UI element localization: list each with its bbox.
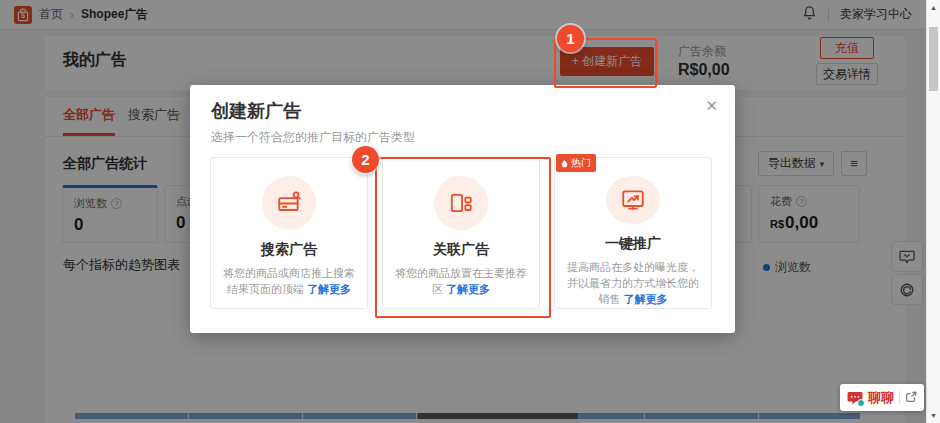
close-icon[interactable]: ✕ bbox=[705, 97, 718, 115]
tutorial-step-badge-1: 1 bbox=[557, 25, 584, 52]
ad-type-title: 搜索广告 bbox=[261, 241, 317, 259]
ad-type-desc: 将您的商品或商店推上搜索结果页面的顶端 了解更多 bbox=[211, 266, 367, 298]
scroll-down-arrow-icon[interactable]: ▼ bbox=[927, 412, 940, 419]
ad-type-desc: 提高商品在多处的曝光度，并以最省力的方式增长您的销售 了解更多 bbox=[555, 260, 711, 308]
learn-more-link[interactable]: 了解更多 bbox=[307, 283, 351, 295]
tutorial-step-badge-2: 2 bbox=[352, 146, 379, 173]
tutorial-highlight-step2 bbox=[375, 157, 551, 318]
vertical-scrollbar[interactable]: ▲ ▼ bbox=[926, 0, 940, 423]
chat-divider bbox=[899, 391, 900, 404]
online-status-dot bbox=[857, 399, 865, 407]
vertical-scrollbar-thumb[interactable] bbox=[929, 27, 938, 91]
learn-more-link[interactable]: 了解更多 bbox=[624, 293, 668, 305]
modal-subtitle: 选择一个符合您的推广目标的广告类型 bbox=[211, 129, 415, 146]
modal-title: 创建新广告 bbox=[211, 99, 301, 123]
ad-type-card-boost[interactable]: 一键推广 提高商品在多处的曝光度，并以最省力的方式增长您的销售 了解更多 bbox=[554, 157, 712, 309]
flame-icon bbox=[561, 159, 568, 168]
boost-ad-icon bbox=[606, 176, 660, 224]
hot-badge: 热门 bbox=[556, 154, 596, 172]
chat-widget-button[interactable]: 聊聊 bbox=[840, 384, 924, 411]
shopee-ads-page: S 首页 › Shopee广告 卖家学习中心 我的广告 + 创建新广告 广告余额… bbox=[0, 0, 940, 423]
hot-badge-label: 热门 bbox=[571, 156, 591, 170]
ad-type-title: 一键推广 bbox=[605, 235, 661, 253]
search-ad-icon bbox=[262, 176, 316, 230]
chat-bubble-icon bbox=[847, 391, 863, 405]
scroll-up-arrow-icon[interactable]: ▲ bbox=[927, 4, 940, 11]
chat-label: 聊聊 bbox=[868, 389, 894, 407]
popout-icon[interactable] bbox=[905, 389, 917, 407]
ad-type-card-search[interactable]: 搜索广告 将您的商品或商店推上搜索结果页面的顶端 了解更多 bbox=[210, 157, 368, 309]
